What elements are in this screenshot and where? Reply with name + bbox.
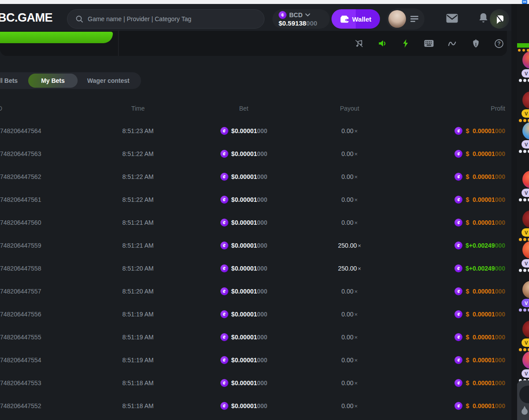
chat-avatar[interactable] [522, 281, 529, 298]
sound-on-icon[interactable] [377, 39, 387, 48]
bet-time: 8:51:19 AM [101, 357, 175, 364]
game-toolbar: ? [0, 31, 507, 56]
chat-avatar[interactable] [522, 91, 529, 109]
chat-banner-fragment [517, 43, 529, 48]
bet-profit: ¢ $ 0.00001000 [410, 150, 505, 158]
seed-icon[interactable] [471, 39, 481, 48]
bet-amount: ¢ $0.00001000 [194, 333, 294, 341]
chat-avatar[interactable] [522, 351, 529, 369]
bet-row[interactable]: 748206447563 8:51:22 AM ¢ $0.00001000 0.… [0, 142, 511, 165]
vip-badge: V [522, 140, 529, 149]
trends-icon[interactable] [447, 39, 457, 48]
bcd-coin-icon: ¢ [454, 127, 462, 135]
search-bar[interactable]: Game name | Provider | Category Tag [67, 9, 264, 29]
music-off-icon[interactable] [354, 39, 364, 48]
vip-badge: V [522, 299, 529, 307]
bet-payout: 250.00× [309, 242, 391, 249]
tab-my-bets[interactable]: My Bets [28, 74, 78, 88]
search-placeholder: Game name | Provider | Category Tag [88, 15, 191, 22]
chat-avatar[interactable] [522, 320, 529, 338]
currency-selector[interactable]: ¢ BCD $0.59138000 [272, 9, 330, 29]
bet-id: 748206447557 [0, 288, 41, 295]
user-menu[interactable] [387, 8, 425, 30]
avatar[interactable] [388, 10, 406, 28]
bet-profit: ¢ $ 0.00001000 [410, 402, 505, 410]
bet-id: 748206447564 [0, 127, 41, 134]
bet-amount: ¢ $0.00001000 [194, 173, 294, 181]
bet-row[interactable]: 748206447557 8:51:20 AM ¢ $0.00001000 0.… [0, 280, 511, 303]
chat-avatar[interactable] [522, 51, 529, 69]
wallet-button[interactable]: Wallet [332, 9, 380, 29]
chat-avatar[interactable] [522, 241, 529, 259]
bet-row[interactable]: 748206447556 8:51:19 AM ¢ $0.00001000 0.… [0, 303, 511, 326]
bet-row[interactable]: 748206447554 8:51:19 AM ¢ $0.00001000 0.… [0, 349, 511, 372]
bcd-coin-icon: ¢ [454, 150, 462, 158]
bet-id: 748206447561 [0, 196, 41, 203]
bet-row[interactable]: 748206447555 8:51:19 AM ¢ $0.00001000 0.… [0, 326, 511, 349]
user-menu-icon [410, 16, 419, 22]
bcd-coin-icon: ¢ [279, 11, 287, 19]
chat-bottom-button[interactable] [519, 386, 529, 403]
bet-payout: 250.00× [309, 265, 391, 272]
bet-row[interactable]: 748206447561 8:51:22 AM ¢ $0.00001000 0.… [0, 188, 511, 211]
chat-toggle-button[interactable] [490, 9, 509, 29]
bet-id: 748206447554 [0, 357, 41, 364]
bet-row[interactable]: 748206447552 8:51:18 AM ¢ $0.00001000 0.… [0, 394, 511, 417]
column-header-bet: Bet [194, 105, 294, 112]
bet-amount: ¢ $0.00001000 [194, 379, 294, 387]
tab-all-bets[interactable]: All Bets [0, 77, 28, 84]
bet-profit: ¢ $ 0.00001000 [410, 127, 505, 135]
table-body: 748206447564 8:51:23 AM ¢ $0.00001000 0.… [0, 119, 511, 417]
table-header: ID Time Bet Payout Profit [0, 99, 511, 119]
bcd-coin-icon: ¢ [220, 287, 228, 295]
top-header: BC.GAME Game name | Provider | Category … [0, 4, 512, 31]
site-logo[interactable]: BC.GAME [0, 11, 52, 25]
bet-profit: ¢ $ 0.00001000 [410, 173, 505, 181]
bcd-coin-icon: ¢ [454, 287, 462, 295]
mail-icon[interactable] [446, 14, 458, 23]
bcd-coin-icon: ¢ [454, 333, 462, 341]
bcd-coin-icon: ¢ [454, 219, 462, 227]
chevron-down-icon [305, 13, 310, 17]
bcd-coin-icon: ¢ [220, 310, 228, 318]
bet-time: 8:51:18 AM [101, 402, 175, 409]
bet-payout: 0.00× [309, 402, 391, 409]
rain-drop-icon [522, 409, 528, 415]
bet-row[interactable]: 748206447553 8:51:18 AM ¢ $0.00001000 0.… [0, 372, 511, 394]
bet-row[interactable]: 748206447564 8:51:23 AM ¢ $0.00001000 0.… [0, 119, 511, 142]
column-header-payout: Payout [309, 105, 391, 112]
bet-row[interactable]: 748206447558 8:51:20 AM ¢ $0.00001000 25… [0, 257, 511, 280]
chat-bubble-slash-icon [494, 14, 505, 24]
animation-icon[interactable] [401, 39, 410, 48]
bet-payout: 0.00× [309, 379, 391, 387]
bcd-coin-icon: ¢ [454, 242, 462, 249]
chat-emote-dots [519, 269, 529, 272]
bcd-coin-icon: ¢ [220, 127, 228, 135]
bcd-coin-icon: ¢ [220, 264, 228, 272]
help-icon[interactable]: ? [494, 39, 504, 48]
bet-row[interactable]: 748206447560 8:51:21 AM ¢ $0.00001000 0.… [0, 211, 511, 234]
chat-avatar[interactable] [522, 122, 529, 140]
bet-amount: ¢ $0.00001000 [194, 196, 294, 204]
bet-amount: ¢ $0.00001000 [194, 150, 294, 158]
bcd-coin-icon: ¢ [220, 219, 228, 227]
chat-emote-dots [519, 198, 529, 201]
bet-id: 748206447562 [0, 173, 41, 180]
tab-wager-contest[interactable]: Wager contest [78, 77, 137, 84]
hotkeys-icon[interactable] [424, 39, 434, 48]
currency-code: BCD [289, 11, 302, 19]
bet-row[interactable]: 748206447559 8:51:21 AM ¢ $0.00001000 25… [0, 234, 511, 257]
bet-time: 8:51:19 AM [101, 311, 175, 318]
notifications-icon[interactable] [478, 13, 488, 24]
chat-emote-dots [519, 119, 529, 122]
bet-id: 748206447558 [0, 265, 41, 272]
chat-avatar[interactable] [522, 210, 529, 228]
bcd-coin-icon: ¢ [454, 379, 462, 387]
bet-row[interactable]: 748206447562 8:51:22 AM ¢ $0.00001000 0.… [0, 165, 511, 188]
chat-avatar[interactable] [522, 171, 529, 188]
bet-payout: 0.00× [309, 127, 391, 134]
vip-badge: V [522, 109, 529, 118]
divider [118, 31, 119, 56]
browser-extension-badge[interactable]: DE [522, 0, 527, 4]
bcd-coin-icon: ¢ [454, 310, 462, 318]
